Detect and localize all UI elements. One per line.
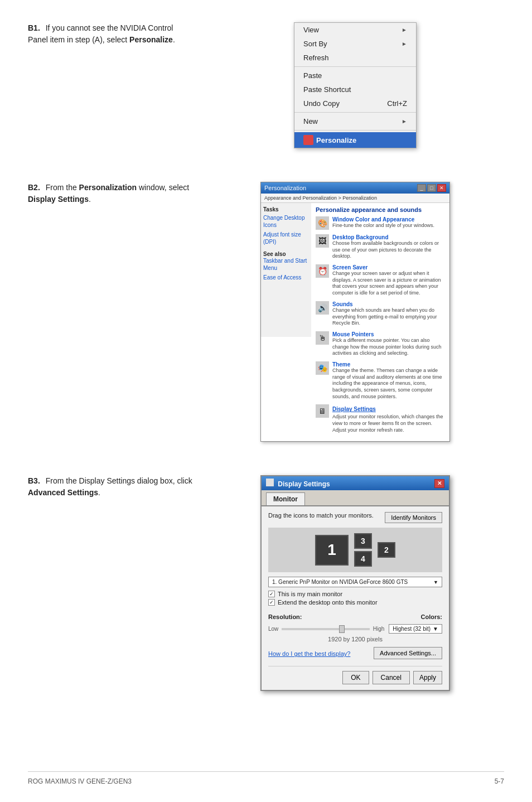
close-button[interactable]: ✕ (437, 184, 446, 192)
menu-item-sortby[interactable]: Sort By ► (294, 37, 416, 51)
ds-titlebar: Display Settings ✕ (262, 476, 449, 490)
sounds-icon: 🔊 (316, 301, 329, 315)
section-b2: B2. From the Personalization window, sel… (28, 182, 504, 442)
option-desktop-bg: 🖼 Desktop Background Choose from availab… (316, 234, 445, 260)
sidebar-ease-access[interactable]: Ease of Access (263, 274, 309, 281)
display-settings-link[interactable]: Display Settings (332, 404, 445, 414)
menu-item-undo-copy[interactable]: Undo Copy Ctrl+Z (294, 96, 416, 110)
pixel-value: 1920 by 1200 pixels (268, 636, 442, 642)
option-sounds: 🔊 Sounds Change which sounds are heard w… (316, 301, 445, 327)
section-b1: B1. If you cannot see the NVIDIA Control… (28, 22, 504, 148)
colors-dropdown-arrow-icon: ▼ (433, 626, 438, 632)
colors-dropdown[interactable]: Highest (32 bit) ▼ (389, 624, 442, 634)
divider-3 (294, 130, 416, 131)
b1-label: B1. (28, 23, 40, 32)
resolution-slider-thumb[interactable] (339, 625, 345, 633)
resolution-label: Resolution: (268, 613, 302, 620)
option-screen-saver-text: Screen Saver Change your screen saver or… (332, 264, 445, 297)
menu-item-personalize[interactable]: Personalize (294, 132, 416, 148)
new-arrow-icon: ► (402, 118, 407, 124)
option-theme-text: Theme Change the theme. Themes can chang… (332, 361, 445, 400)
advanced-settings-button[interactable]: Advanced Settings... (374, 647, 442, 659)
sidebar-adjust-font[interactable]: Adjust font size (DPI) (263, 231, 309, 245)
context-menu: View ► Sort By ► Refresh Paste Paste Sho… (294, 22, 417, 148)
display-settings-icon: 🖥 (316, 404, 329, 418)
ds-body: Drag the icons to match your monitors. I… (262, 506, 449, 690)
win-body: Tasks Change Desktop Icons Adjust font s… (261, 203, 449, 441)
win-sidebar: Tasks Change Desktop Icons Adjust font s… (261, 203, 311, 337)
win-titlebar: Personalization _ □ ✕ (261, 182, 449, 194)
menu-item-new[interactable]: New ► (294, 114, 416, 128)
b1-image: View ► Sort By ► Refresh Paste Paste Sho… (206, 22, 504, 148)
menu-item-paste-shortcut[interactable]: Paste Shortcut (294, 83, 416, 96)
ds-tab-monitor[interactable]: Monitor (266, 492, 305, 505)
ds-monitor-area: 1 3 4 2 (268, 528, 442, 572)
cancel-button[interactable]: Cancel (373, 671, 410, 684)
win-heading: Personalize appearance and sounds (316, 206, 445, 213)
win-titlebar-buttons: _ □ ✕ (417, 184, 446, 192)
b1-text: B1. If you cannot see the NVIDIA Control… (28, 22, 206, 46)
option-mouse: 🖱 Mouse Pointers Pick a different mouse … (316, 331, 445, 357)
slider-low-label: Low (268, 626, 278, 632)
ds-tabs: Monitor (262, 490, 449, 506)
b2-label: B2. (28, 183, 40, 192)
option-window-color: 🎨 Window Color and Appearance Fine-tune … (316, 216, 445, 230)
resolution-slider-row: Low High (268, 626, 384, 632)
b3-label: B3. (28, 476, 40, 485)
b2-text-bold: Personalization (79, 183, 137, 192)
option-desktop-bg-text: Desktop Background Choose from available… (332, 234, 445, 260)
best-display-link[interactable]: How do I get the best display? (268, 650, 350, 657)
display-settings-dialog: Display Settings ✕ Monitor Drag the icon… (260, 475, 450, 691)
menu-item-paste[interactable]: Paste (294, 69, 416, 83)
monitor-4[interactable]: 2 (378, 542, 395, 558)
b1-text-bold: Personalize (129, 35, 173, 44)
extend-desktop-checkbox[interactable]: ✓ (268, 599, 275, 606)
menu-item-view[interactable]: View ► (294, 23, 416, 37)
checkbox-extend-desktop: ✓ Extend the desktop onto this monitor (268, 599, 442, 606)
footer-right: 5-7 (495, 777, 504, 785)
apply-button[interactable]: Apply (413, 671, 442, 684)
personalize-icon (303, 135, 313, 145)
monitor-3[interactable]: 4 (354, 551, 372, 567)
win-content: Personalize appearance and sounds 🎨 Wind… (311, 203, 449, 441)
ds-buttons-row: OK Cancel Apply (268, 666, 442, 684)
divider-2 (294, 112, 416, 113)
menu-item-refresh[interactable]: Refresh (294, 51, 416, 65)
maximize-button[interactable]: □ (427, 184, 436, 192)
dropdown-arrow-icon: ▼ (433, 579, 438, 585)
minimize-button[interactable]: _ (417, 184, 426, 192)
option-display-settings-text: Display Settings Adjust your monitor res… (332, 404, 445, 433)
monitor-2[interactable]: 3 (354, 533, 372, 549)
option-mouse-text: Mouse Pointers Pick a different mouse po… (332, 331, 445, 357)
sortby-arrow-icon: ► (402, 41, 407, 47)
b2-text: B2. From the Personalization window, sel… (28, 182, 206, 205)
option-window-color-text: Window Color and Appearance Fine-tune th… (332, 216, 434, 229)
sidebar-taskbar[interactable]: Taskbar and Start Menu (263, 257, 309, 272)
b3-text-before: From the Display Settings dialog box, cl… (46, 476, 192, 485)
resolution-slider-track (282, 628, 369, 630)
desktop-bg-icon: 🖼 (316, 234, 329, 248)
monitor-1[interactable]: 1 (315, 535, 349, 566)
monitor-dropdown[interactable]: 1. Generic PnP Monitor on NVIDIA GeForce… (268, 577, 442, 587)
slider-high-label: High (373, 626, 385, 632)
page-footer: ROG MAXIMUS IV GENE-Z/GEN3 5-7 (28, 771, 504, 785)
b1-text-after: . (173, 35, 175, 44)
b3-text: B3. From the Display Settings dialog box… (28, 475, 206, 499)
option-sounds-text: Sounds Change which sounds are heard whe… (332, 301, 445, 327)
window-color-icon: 🎨 (316, 216, 329, 230)
personalization-window: Personalization _ □ ✕ Appearance and Per… (260, 182, 450, 442)
mouse-icon: 🖱 (316, 331, 329, 345)
section-b3: B3. From the Display Settings dialog box… (28, 475, 504, 691)
ok-button[interactable]: OK (342, 671, 369, 684)
win-addressbar: Appearance and Personalization > Persona… (261, 194, 449, 203)
colors-label: Colors: (421, 613, 443, 622)
sidebar-seealso: See also (263, 251, 309, 257)
ds-close-button[interactable]: ✕ (434, 479, 444, 488)
option-display-settings: 🖥 Display Settings Adjust your monitor r… (316, 404, 445, 433)
b2-text-before: From the (46, 183, 79, 192)
screen-saver-icon: ⏰ (316, 264, 329, 278)
main-monitor-checkbox[interactable]: ✓ (268, 591, 275, 597)
identify-monitors-button[interactable]: Identify Monitors (385, 512, 442, 523)
sidebar-change-icons[interactable]: Change Desktop Icons (263, 214, 309, 229)
footer-left: ROG MAXIMUS IV GENE-Z/GEN3 (28, 777, 132, 785)
